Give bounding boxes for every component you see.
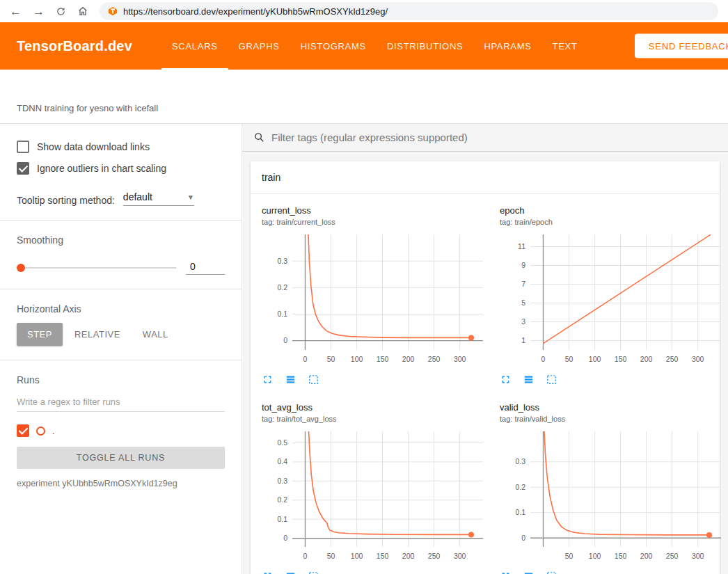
tab-scalars[interactable]: SCALARS: [161, 22, 228, 70]
svg-text:0.3: 0.3: [277, 477, 287, 485]
smoothing-slider[interactable]: [17, 267, 176, 269]
svg-text:0: 0: [521, 534, 525, 542]
axis-option-step[interactable]: STEP: [17, 323, 63, 346]
fullscreen-icon[interactable]: [500, 571, 512, 574]
data-table-icon[interactable]: [285, 374, 296, 385]
horizontal-axis-toggle-group: STEPRELATIVEWALL: [17, 323, 225, 346]
runs-label: Runs: [17, 374, 225, 385]
svg-text:0: 0: [303, 552, 308, 560]
svg-text:0.2: 0.2: [515, 483, 525, 491]
chart-canvas-current_loss[interactable]: 05010015020025030000.10.20.3: [262, 229, 491, 368]
svg-text:50: 50: [327, 552, 335, 560]
experiment-subheader: TDNN training for yesno with icefall: [0, 70, 728, 124]
fullscreen-icon[interactable]: [262, 374, 274, 385]
chart-canvas-valid_loss[interactable]: 5010015020025030000.10.20.3: [500, 426, 728, 565]
svg-text:100: 100: [589, 355, 601, 363]
chart-card-valid_loss: valid_loss tag: train/valid_loss 5010015…: [500, 402, 728, 574]
svg-text:7: 7: [521, 280, 525, 288]
tag-filter-input[interactable]: [271, 131, 717, 143]
chart-canvas-tot_avg_loss[interactable]: 05010015020025030000.10.20.30.40.5: [262, 426, 491, 565]
tab-distributions[interactable]: DISTRIBUTIONS: [377, 22, 474, 70]
brand-logo: TensorBoard.dev: [17, 38, 132, 54]
search-icon: [253, 131, 265, 143]
tab-graphs[interactable]: GRAPHS: [228, 22, 290, 70]
nav-tabs: SCALARSGRAPHSHISTOGRAMSDISTRIBUTIONSHPAR…: [161, 22, 588, 70]
chart-actions: [500, 374, 728, 385]
svg-text:50: 50: [565, 355, 573, 363]
chart-title: tot_avg_loss: [262, 402, 491, 413]
tab-hparams[interactable]: HPARAMS: [473, 22, 541, 70]
app-header: TensorBoard.dev SCALARSGRAPHSHISTOGRAMSD…: [0, 22, 728, 70]
tab-text[interactable]: TEXT: [542, 22, 588, 70]
run-color-icon[interactable]: [36, 426, 45, 436]
svg-text:0.3: 0.3: [515, 457, 525, 465]
svg-text:1: 1: [521, 336, 525, 344]
url-text: https://tensorboard.dev/experiment/yKUbh…: [123, 6, 388, 17]
chart-tag: tag: train/current_loss: [262, 218, 491, 226]
pin-outline-icon[interactable]: [546, 571, 557, 574]
chart-card-current_loss: current_loss tag: train/current_loss 050…: [262, 205, 491, 385]
tooltip-sorting-select[interactable]: default ▼: [123, 191, 194, 206]
home-icon[interactable]: [77, 6, 88, 17]
chart-title: epoch: [500, 205, 728, 216]
svg-text:150: 150: [377, 355, 389, 363]
svg-text:200: 200: [640, 355, 653, 363]
ignore-outliers-checkbox[interactable]: [17, 162, 29, 175]
svg-text:9: 9: [521, 261, 525, 269]
svg-text:250: 250: [666, 552, 679, 560]
svg-text:0.4: 0.4: [277, 457, 287, 465]
run-visibility-checkbox[interactable]: [17, 424, 29, 437]
svg-text:50: 50: [565, 552, 573, 560]
back-icon[interactable]: ←: [10, 6, 22, 17]
address-bar[interactable]: https://tensorboard.dev/experiment/yKUbh…: [100, 2, 718, 20]
divider: [0, 360, 242, 360]
svg-text:200: 200: [640, 552, 653, 560]
divider: [0, 289, 242, 289]
chart-actions: [262, 571, 491, 574]
svg-text:0: 0: [283, 534, 287, 542]
tensorboard-favicon: [108, 6, 118, 16]
pin-outline-icon[interactable]: [546, 374, 557, 385]
experiment-id-note: experiment yKUbhb5wRmOSXYkId1z9eg: [17, 479, 225, 488]
svg-text:150: 150: [377, 552, 389, 560]
forward-icon[interactable]: →: [33, 6, 45, 17]
runs-filter-input[interactable]: [17, 392, 225, 412]
svg-text:250: 250: [666, 355, 679, 363]
svg-text:300: 300: [454, 355, 466, 363]
data-table-icon[interactable]: [285, 571, 296, 574]
reload-icon[interactable]: [56, 6, 66, 17]
tooltip-sorting-label: Tooltip sorting method:: [17, 195, 115, 206]
pin-outline-icon[interactable]: [308, 571, 319, 574]
chart-card-epoch: epoch tag: train/epoch 05010015020025030…: [500, 205, 728, 385]
pin-outline-icon[interactable]: [308, 374, 319, 385]
browser-toolbar: ← → https://tensorboard.dev/experiment/y…: [0, 0, 728, 22]
svg-text:5: 5: [521, 298, 525, 307]
svg-text:11: 11: [518, 242, 525, 250]
chart-tag: tag: train/valid_loss: [500, 415, 728, 423]
tab-histograms[interactable]: HISTOGRAMS: [290, 22, 377, 70]
chart-tag: tag: train/tot_avg_loss: [262, 415, 491, 423]
fullscreen-icon[interactable]: [500, 374, 512, 385]
svg-text:0.2: 0.2: [277, 495, 287, 504]
smoothing-slider-knob[interactable]: [17, 264, 25, 272]
toggle-all-runs-button[interactable]: TOGGLE ALL RUNS: [17, 447, 225, 469]
fullscreen-icon[interactable]: [262, 571, 274, 574]
data-table-icon[interactable]: [523, 374, 535, 385]
chart-canvas-epoch[interactable]: 0501001502002503001357911: [500, 229, 728, 368]
axis-option-relative[interactable]: RELATIVE: [64, 323, 131, 346]
data-table-icon[interactable]: [523, 571, 535, 574]
chart-actions: [262, 374, 491, 385]
experiment-title: TDNN training for yesno with icefall: [17, 103, 158, 113]
axis-option-wall[interactable]: WALL: [132, 323, 179, 346]
chart-actions: [500, 571, 728, 574]
show-download-checkbox[interactable]: [17, 141, 29, 153]
horizontal-axis-label: Horizontal Axis: [17, 303, 225, 314]
send-feedback-button[interactable]: SEND FEEDBACK: [635, 34, 728, 58]
svg-text:150: 150: [615, 552, 627, 560]
svg-text:250: 250: [428, 355, 441, 363]
svg-text:50: 50: [327, 355, 335, 363]
run-row: .: [17, 424, 225, 437]
smoothing-value-input[interactable]: 0: [186, 261, 225, 275]
group-title[interactable]: train: [251, 161, 720, 194]
svg-text:0.5: 0.5: [277, 438, 287, 447]
